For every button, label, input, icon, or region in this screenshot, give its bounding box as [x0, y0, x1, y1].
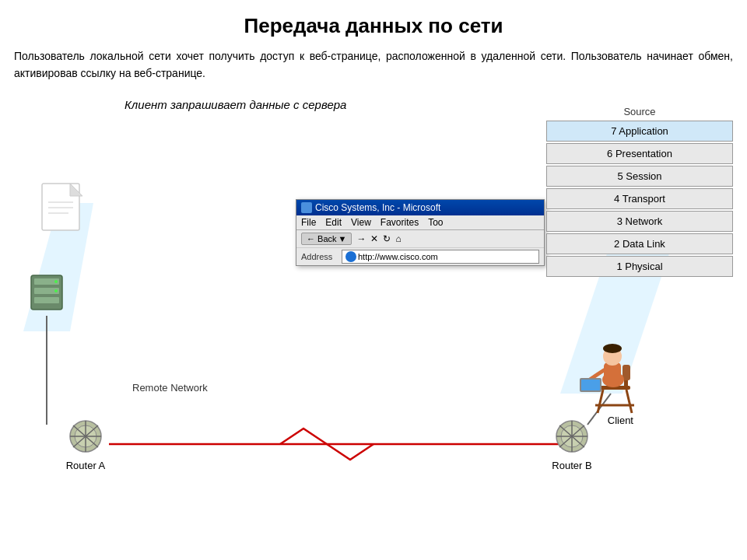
- browser-toolbar: ← Back ▼ → ✕ ↻ ⌂: [296, 230, 544, 248]
- svg-point-37: [603, 344, 622, 353]
- browser-menubar: File Edit View Favorites Too: [296, 215, 544, 230]
- description-text: Пользователь локальной сети хочет получи…: [14, 47, 733, 82]
- url-text: http://www.cisco.com: [358, 252, 438, 261]
- stop-button[interactable]: ✕: [370, 233, 378, 244]
- osi-layer-7: 7 Application: [546, 121, 733, 142]
- browser-titlebar: Cisco Systems, Inc - Microsoft: [296, 200, 544, 215]
- client-request-label: Клиент запрашивает данные с сервера: [124, 98, 346, 111]
- menu-favorites[interactable]: Favorites: [381, 217, 419, 228]
- svg-rect-10: [34, 297, 59, 303]
- menu-edit[interactable]: Edit: [325, 217, 342, 228]
- router-b-label: Router B: [549, 460, 595, 471]
- browser-titlebar-icon: [301, 202, 312, 213]
- osi-source-label: Source: [546, 106, 733, 117]
- page-title: Передача данных по сети: [0, 0, 747, 38]
- browser-addressbar: Address http://www.cisco.com: [296, 248, 544, 265]
- osi-layer-2: 2 Data Link: [546, 233, 733, 254]
- router-a: Router A: [62, 419, 109, 471]
- document-icon: [40, 182, 87, 238]
- osi-layer-6: 6 Presentation: [546, 143, 733, 164]
- forward-button[interactable]: →: [356, 233, 366, 244]
- browser-window: Cisco Systems, Inc - Microsoft File Edit…: [296, 199, 545, 266]
- client-person-icon: [576, 324, 646, 417]
- refresh-button[interactable]: ↻: [383, 233, 391, 244]
- osi-layer-5: 5 Session: [546, 166, 733, 187]
- back-button[interactable]: ← Back ▼: [301, 233, 352, 245]
- menu-file[interactable]: File: [301, 217, 316, 228]
- remote-network-label: Remote Network: [132, 382, 208, 394]
- osi-stack: Source 7 Application 6 Presentation 5 Se…: [546, 106, 733, 278]
- server-icon: [23, 269, 70, 316]
- osi-layer-4: 4 Transport: [546, 188, 733, 209]
- ie-icon: [345, 251, 356, 262]
- home-button[interactable]: ⌂: [395, 233, 401, 244]
- browser-title: Cisco Systems, Inc - Microsoft: [315, 202, 440, 213]
- osi-layer-1: 1 Physical: [546, 256, 733, 277]
- client-label: Client: [608, 415, 633, 426]
- router-b: Router B: [549, 419, 595, 471]
- menu-view[interactable]: View: [351, 217, 371, 228]
- svg-point-12: [54, 289, 58, 292]
- osi-layer-3: 3 Network: [546, 211, 733, 232]
- menu-tools[interactable]: Too: [428, 217, 443, 228]
- router-a-label: Router A: [62, 460, 109, 471]
- svg-point-11: [54, 280, 58, 283]
- svg-line-29: [598, 390, 603, 413]
- svg-line-30: [626, 390, 632, 413]
- url-box[interactable]: http://www.cisco.com: [342, 250, 539, 264]
- address-label: Address: [301, 252, 338, 261]
- svg-rect-40: [581, 380, 600, 390]
